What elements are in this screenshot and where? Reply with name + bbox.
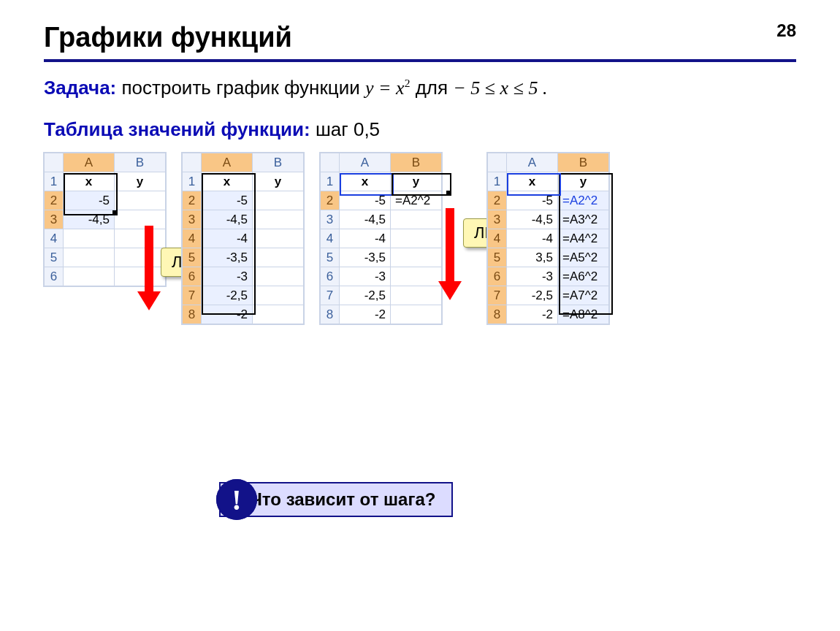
col-header-a: A xyxy=(64,153,115,172)
cell: -4,5 xyxy=(202,210,253,229)
cell: -5 xyxy=(64,191,115,210)
row-header: 3 xyxy=(45,210,64,229)
cell: y xyxy=(115,172,166,191)
sheet-1: AB 1xy 2-5 3-4,5 4 5 6 ЛКМ xyxy=(44,153,166,286)
cell: -2 xyxy=(202,305,253,324)
row-header: 7 xyxy=(183,286,202,305)
corner-cell xyxy=(45,153,64,172)
cell: -3 xyxy=(507,267,558,286)
row-header: 6 xyxy=(45,267,64,286)
values-line: Таблица значений функции: шаг 0,5 xyxy=(44,118,796,141)
row-header: 4 xyxy=(183,229,202,248)
cell: =A5^2 xyxy=(558,248,609,267)
page-number: 28 xyxy=(776,20,796,41)
drag-arrow-icon xyxy=(145,226,161,310)
cell: -3,5 xyxy=(340,248,391,267)
row-header: 3 xyxy=(488,210,507,229)
row-header: 2 xyxy=(321,191,340,210)
col-header-a: A xyxy=(507,153,558,172)
cell: -5 xyxy=(507,191,558,210)
cell xyxy=(115,191,166,210)
cell: =A4^2 xyxy=(558,229,609,248)
cell: -2,5 xyxy=(340,286,391,305)
corner-cell xyxy=(183,153,202,172)
cell: =A2^2 xyxy=(558,191,609,210)
cell: -4,5 xyxy=(507,210,558,229)
row-header: 6 xyxy=(321,267,340,286)
row-header: 4 xyxy=(488,229,507,248)
cell: -5 xyxy=(202,191,253,210)
row-header: 5 xyxy=(321,248,340,267)
exclamation-icon: ! xyxy=(216,479,257,520)
sheet-row: AB 1xy 2-5 3-4,5 4 5 6 ЛКМ AB 1xy 2-5 3-… xyxy=(44,153,796,324)
cell xyxy=(253,286,304,305)
formula-lhs: y = x xyxy=(365,77,405,99)
cell xyxy=(391,267,442,286)
cell xyxy=(253,248,304,267)
task-label: Задача: xyxy=(44,77,116,99)
cell: -3 xyxy=(202,267,253,286)
col-header-a: A xyxy=(340,153,391,172)
cell: =A7^2 xyxy=(558,286,609,305)
footer-note: ! Что зависит от шага? xyxy=(219,482,453,517)
cell xyxy=(64,229,115,248)
row-header: 6 xyxy=(488,267,507,286)
col-header-b: B xyxy=(558,153,609,172)
col-header-b: B xyxy=(253,153,304,172)
cell xyxy=(253,267,304,286)
row-header: 6 xyxy=(183,267,202,286)
row-header: 5 xyxy=(488,248,507,267)
row-header: 1 xyxy=(488,172,507,191)
cell: -5 xyxy=(340,191,391,210)
cell: -2 xyxy=(340,305,391,324)
cell: -2,5 xyxy=(202,286,253,305)
corner-cell xyxy=(321,153,340,172)
spreadsheet: AB 1xy 2-5=A2^2 3-4,5=A3^2 4-4=A4^2 53,5… xyxy=(487,153,609,324)
cell xyxy=(64,248,115,267)
col-header-b: B xyxy=(115,153,166,172)
col-header-a: A xyxy=(202,153,253,172)
cell: =A3^2 xyxy=(558,210,609,229)
cell: y xyxy=(558,172,609,191)
cell: y xyxy=(253,172,304,191)
cell: =A8^2 xyxy=(558,305,609,324)
row-header: 1 xyxy=(321,172,340,191)
cell xyxy=(253,191,304,210)
cell xyxy=(391,210,442,229)
cell: =A6^2 xyxy=(558,267,609,286)
cell xyxy=(391,305,442,324)
cell: y xyxy=(391,172,442,191)
row-header: 5 xyxy=(45,248,64,267)
cell: 3,5 xyxy=(507,248,558,267)
row-header: 4 xyxy=(321,229,340,248)
row-header: 2 xyxy=(488,191,507,210)
cell xyxy=(391,229,442,248)
cell: -4,5 xyxy=(64,210,115,229)
cell xyxy=(253,305,304,324)
cell: -2 xyxy=(507,305,558,324)
cell: -4,5 xyxy=(340,210,391,229)
spreadsheet: AB 1xy 2-5=A2^2 3-4,5 4-4 5-3,5 6-3 7-2,… xyxy=(320,153,442,324)
cell: -4 xyxy=(340,229,391,248)
row-header: 1 xyxy=(183,172,202,191)
cell xyxy=(253,229,304,248)
cell: x xyxy=(340,172,391,191)
cell: x xyxy=(202,172,253,191)
cell xyxy=(64,267,115,286)
title-divider xyxy=(44,59,796,62)
table-label: Таблица значений функции: xyxy=(44,118,310,140)
spreadsheet: AB 1xy 2-5 3-4,5 4-4 5-3,5 6-3 7-2,5 8-2 xyxy=(182,153,304,324)
sheet-4: AB 1xy 2-5=A2^2 3-4,5=A3^2 4-4=A4^2 53,5… xyxy=(487,153,609,324)
row-header: 8 xyxy=(321,305,340,324)
task-for: для xyxy=(410,77,453,99)
row-header: 7 xyxy=(321,286,340,305)
task-line: Задача: построить график функции y = x2 … xyxy=(44,77,796,99)
task-range: − 5 ≤ x ≤ 5 . xyxy=(453,77,547,99)
cell xyxy=(391,286,442,305)
row-header: 4 xyxy=(45,229,64,248)
selection-handle xyxy=(446,191,451,196)
cell: x xyxy=(64,172,115,191)
task-text: построить график функции xyxy=(116,77,365,99)
step-text: шаг 0,5 xyxy=(310,118,380,140)
col-header-b: B xyxy=(391,153,442,172)
